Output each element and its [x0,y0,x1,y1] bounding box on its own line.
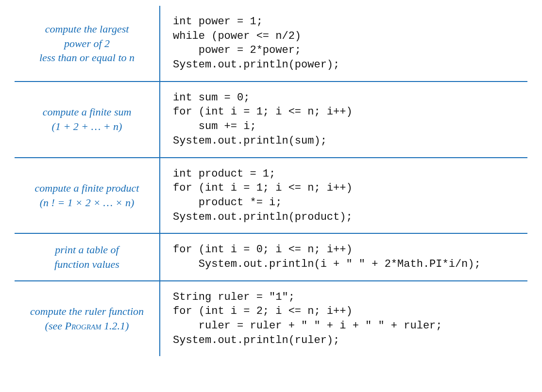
row-code: int product = 1; for (int i = 1; i <= n;… [160,158,527,234]
row-description: print a table offunction values [15,233,160,280]
table-body: compute the largestpower of 2less than o… [15,6,527,356]
table-row: compute the ruler function(see Program 1… [15,281,527,357]
table-row: print a table offunction valuesfor (int … [15,233,527,280]
row-description: compute the ruler function(see Program 1… [15,281,160,357]
row-description: compute the largestpower of 2less than o… [15,6,160,82]
row-description: compute a finite sum(1 + 2 + … + n) [15,82,160,158]
code-examples-table: compute the largestpower of 2less than o… [15,6,527,356]
row-code: int power = 1; while (power <= n/2) powe… [160,6,527,82]
row-code: for (int i = 0; i <= n; i++) System.out.… [160,233,527,280]
row-description: compute a finite product(n ! = 1 × 2 × …… [15,158,160,234]
table-row: compute the largestpower of 2less than o… [15,6,527,82]
table-row: compute a finite product(n ! = 1 × 2 × …… [15,158,527,234]
row-code: int sum = 0; for (int i = 1; i <= n; i++… [160,82,527,158]
table-row: compute a finite sum(1 + 2 + … + n)int s… [15,82,527,158]
row-code: String ruler = "1"; for (int i = 2; i <=… [160,281,527,357]
